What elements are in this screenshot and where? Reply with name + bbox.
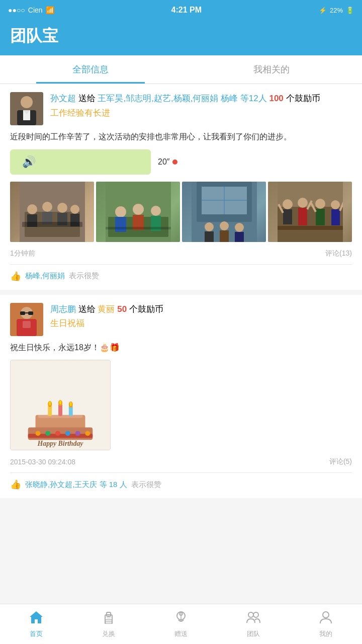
tag-2: 生日祝福 — [50, 317, 352, 329]
divider-2 — [10, 472, 352, 473]
timestamp-1: 1分钟前 — [10, 249, 35, 258]
voice-play-btn[interactable]: 🔊 — [10, 149, 151, 175]
svg-point-20 — [133, 204, 144, 215]
images-grid — [10, 182, 352, 242]
recording-dot — [172, 159, 177, 165]
svg-point-73 — [49, 401, 51, 406]
svg-point-75 — [59, 400, 61, 405]
timestamp-2: 2015-03-30 09:24:08 — [10, 458, 75, 466]
svg-point-11 — [57, 203, 67, 213]
speaker-icon: 🔊 — [22, 155, 36, 169]
post-image-1[interactable] — [10, 182, 94, 242]
card-footer-1: 1分钟前 评论(13) — [10, 249, 352, 258]
nav-home[interactable]: 首页 — [0, 604, 72, 644]
svg-rect-15 — [22, 222, 82, 227]
card-header-1: 孙文超 送给 王军昊,邹志明,赵艺,杨颖,何丽娟 杨峰 等12人 100 个鼓励… — [10, 92, 352, 125]
svg-point-63 — [36, 431, 41, 436]
card-meta-1: 孙文超 送给 王军昊,邹志明,赵艺,杨颖,何丽娟 杨峰 等12人 100 个鼓励… — [50, 92, 352, 125]
svg-point-41 — [298, 198, 308, 208]
recipients-1: 王军昊,邹志明,赵艺,杨颖,何丽娟 杨峰 等12人 — [98, 94, 266, 103]
thumb-icon-2: 👍 — [10, 479, 21, 490]
exchange-icon — [101, 610, 116, 627]
svg-rect-53 — [20, 311, 25, 315]
nav-team[interactable]: 团队 — [217, 604, 290, 644]
wifi-icon: 📶 — [46, 6, 54, 14]
feed: 孙文超 送给 王军昊,邹志明,赵艺,杨颖,何丽娟 杨峰 等12人 100 个鼓励… — [0, 84, 362, 543]
svg-point-34 — [235, 223, 244, 232]
svg-point-7 — [27, 204, 37, 214]
svg-rect-54 — [28, 311, 33, 315]
nav-exchange[interactable]: 兑换 — [72, 604, 145, 644]
svg-point-77 — [70, 402, 72, 406]
svg-point-30 — [205, 222, 214, 231]
tab-bar: 全部信息 我相关的 — [0, 55, 362, 84]
post-card-1: 孙文超 送给 王军昊,邹志明,赵艺,杨颖,何丽娟 杨峰 等12人 100 个鼓励… — [0, 84, 362, 290]
card-header-2: 周志鹏 送给 黄丽 50 个鼓励币 生日祝福 — [10, 303, 352, 336]
voice-duration: 20″ — [158, 157, 177, 167]
svg-point-32 — [220, 221, 229, 230]
svg-rect-24 — [106, 227, 171, 229]
tag-1: 工作经验有长进 — [50, 107, 352, 119]
comment-btn-1[interactable]: 评论(13) — [325, 249, 352, 258]
svg-point-66 — [65, 431, 70, 436]
post-text-2: 祝生日快乐，永远18岁！🎂🎁 — [10, 341, 352, 354]
svg-point-64 — [45, 431, 50, 436]
post-image-3[interactable] — [182, 182, 266, 242]
nav-me-label: 我的 — [319, 629, 332, 638]
sender-name-2: 周志鹏 — [50, 304, 76, 314]
svg-point-68 — [85, 431, 90, 436]
svg-point-38 — [283, 199, 293, 209]
svg-point-22 — [151, 206, 161, 216]
likes-names-2: 张晓静,孙文超,王天庆 等 18 人 — [25, 480, 127, 490]
sender-name-1: 孙文超 — [50, 94, 76, 103]
svg-point-13 — [70, 205, 79, 214]
coins-2: 50 — [117, 304, 127, 314]
bluetooth-icon: ⚡ — [319, 7, 327, 14]
likes-line-2: 👍 张晓静,孙文超,王天庆 等 18 人 表示很赞 — [10, 479, 352, 490]
likes-line-1: 👍 杨峰,何丽娟 表示很赞 — [10, 271, 352, 282]
svg-point-9 — [42, 202, 52, 212]
svg-point-65 — [55, 431, 60, 436]
svg-rect-48 — [331, 209, 340, 225]
svg-rect-57 — [23, 321, 31, 328]
bottom-nav: 首页 兑换 赠送 — [0, 604, 362, 644]
avatar-sunwenchao — [10, 92, 43, 125]
action-line-1: 孙文超 送给 王军昊,邹志明,赵艺,杨颖,何丽娟 杨峰 等12人 100 个鼓励… — [50, 92, 352, 105]
svg-point-89 — [253, 612, 258, 617]
tab-all[interactable]: 全部信息 — [0, 55, 181, 84]
svg-rect-50 — [278, 226, 343, 230]
nav-give-label: 赠送 — [174, 629, 188, 638]
post-text-1: 近段时间的工作辛苦了，这次活动的安排也非常用心，让我看到了你们的进步。 — [10, 130, 352, 143]
comment-btn-2[interactable]: 评论(5) — [329, 457, 352, 466]
post-image-4[interactable] — [268, 182, 352, 242]
thumb-icon-1: 👍 — [10, 271, 21, 282]
svg-rect-33 — [220, 230, 229, 242]
nav-me[interactable]: 我的 — [290, 604, 362, 644]
recipients-2: 黄丽 — [98, 304, 115, 314]
svg-rect-45 — [316, 209, 325, 225]
status-bar: ●●○○ Cien 📶 4:21 PM ⚡ 22% 🔋 — [0, 0, 362, 20]
svg-rect-35 — [235, 232, 244, 242]
svg-point-67 — [75, 431, 80, 436]
give-icon — [173, 610, 189, 627]
divider-1 — [10, 264, 352, 265]
status-time: 4:21 PM — [171, 6, 202, 15]
likes-suffix-2: 表示很赞 — [131, 480, 161, 490]
tab-mine[interactable]: 我相关的 — [181, 55, 362, 84]
nav-exchange-label: 兑换 — [102, 629, 115, 638]
post-card-2: 周志鹏 送给 黄丽 50 个鼓励币 生日祝福 祝生日快乐，永远18岁！🎂🎁 — [0, 295, 362, 499]
card-footer-2: 2015-03-30 09:24:08 评论(5) — [10, 457, 352, 466]
nav-give[interactable]: 赠送 — [145, 604, 217, 644]
svg-rect-39 — [283, 209, 292, 224]
post-image-2[interactable] — [96, 182, 180, 242]
action-line-2: 周志鹏 送给 黄丽 50 个鼓励币 — [50, 303, 352, 316]
battery-percent: 22% — [330, 7, 343, 14]
svg-rect-82 — [107, 617, 111, 619]
app-title: 团队宝 — [10, 25, 352, 47]
me-icon — [318, 610, 333, 627]
nav-home-label: 首页 — [30, 629, 43, 638]
coins-1: 100 — [269, 94, 283, 103]
signal-dots: ●●○○ — [8, 6, 25, 14]
app-header: 团队宝 — [0, 20, 362, 55]
svg-rect-31 — [205, 231, 214, 242]
